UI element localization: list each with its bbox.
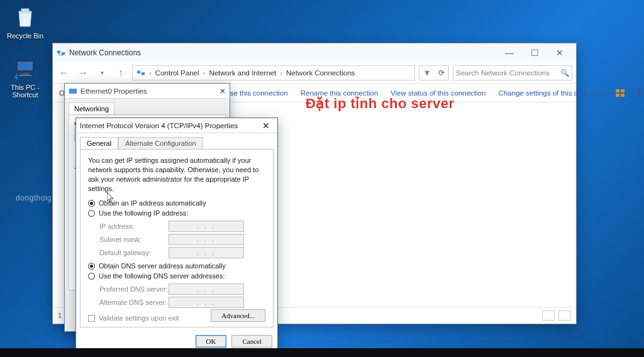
breadcrumb-network-internet[interactable]: Network and Internet [209,69,276,77]
ip-address-label: IP address: [99,222,169,230]
nav-recent[interactable]: ▾ [94,65,109,80]
svg-rect-7 [137,70,140,73]
taskbar[interactable] [0,348,644,357]
subnet-input: . . . [169,234,244,245]
ethernet0-close[interactable]: ✕ [219,87,226,96]
pref-dns-label: Preferred DNS server: [99,285,169,293]
ok-button[interactable]: OK [196,335,227,348]
radio-dns-manual-label: Use the following DNS server addresses: [99,272,225,280]
checkbox-icon [88,315,95,322]
view-icon[interactable] [615,88,625,98]
toolbar-change-settings[interactable]: Change settings of this connection [492,89,615,97]
alt-dns-label: Alternate DNS server: [99,299,169,306]
search-box[interactable]: Search Network Connections 🔍 [453,65,572,80]
radio-icon [88,200,95,207]
radio-ip-auto-label: Obtain an IP address automatically [99,199,206,207]
breadcrumb-dropdown[interactable]: ▾ [419,65,434,80]
ipv4-close[interactable]: ✕ [258,121,274,131]
radio-icon [88,263,95,270]
minimize-button[interactable]: — [497,44,522,62]
alt-dns-input: . . . [169,297,244,308]
window-title: Network Connections [69,48,141,57]
help-text: You can get IP settings assigned automat… [88,156,265,193]
radio-dns-automatic[interactable]: Obtain DNS server address automatically [88,262,265,270]
svg-rect-17 [69,89,77,94]
ipv4-titlebar[interactable]: Internet Protocol Version 4 (TCP/IPv4) P… [76,118,277,133]
recycle-bin-label: Recycle Bin [7,32,43,40]
search-placeholder: Search Network Connections [456,69,550,77]
svg-rect-9 [616,89,619,92]
svg-rect-3 [21,73,29,75]
nav-forward[interactable]: → [75,65,91,80]
pref-dns-input: . . . [169,283,244,295]
tab-alternate-configuration[interactable]: Alternate Configuration [118,137,203,149]
nav-up[interactable]: ↑ [113,65,128,80]
tab-networking[interactable]: Networking [69,102,114,114]
ethernet0-titlebar[interactable]: Ethernet0 Properties ✕ [65,84,230,99]
advanced-button[interactable]: Advanced... [211,309,265,322]
radio-dns-auto-label: Obtain DNS server address automatically [99,262,226,270]
close-button[interactable]: ✕ [547,44,572,62]
radio-dns-manual[interactable]: Use the following DNS server addresses: [88,272,265,280]
breadcrumb-control-panel[interactable]: Control Panel [155,69,199,77]
subnet-label: Subnet mask: [99,236,169,243]
maximize-button[interactable]: ☐ [522,44,547,62]
breadcrumb[interactable]: › Control Panel › Network and Internet ›… [132,65,415,80]
recycle-bin[interactable]: Recycle Bin [6,4,44,40]
radio-ip-automatic[interactable]: Obtain an IP address automatically [88,199,265,207]
nav-back[interactable]: ← [57,65,72,80]
refresh-button[interactable]: ⟳ [434,65,449,80]
titlebar[interactable]: Network Connections — ☐ ✕ [53,43,576,62]
annotation-text: Đặt ip tỉnh cho server [306,96,455,112]
svg-rect-4 [19,75,31,76]
radio-icon [88,273,95,280]
ethernet0-title: Ethernet0 Properties [80,87,147,95]
svg-rect-2 [18,62,33,70]
this-pc-shortcut[interactable]: This PC - Shortcut [6,55,44,99]
radio-ip-manual-label: Use the following IP address: [99,209,188,217]
this-pc-icon [13,55,38,80]
svg-rect-10 [621,89,625,92]
validate-label: Validate settings upon exit [99,314,179,322]
svg-rect-12 [621,94,625,97]
radio-icon [88,210,95,217]
this-pc-label: This PC - Shortcut [11,84,40,99]
svg-rect-5 [57,51,60,53]
view-icons-button[interactable] [558,310,571,321]
preview-pane-icon[interactable] [631,88,641,98]
adapter-icon [69,87,77,96]
recycle-bin-icon [13,4,38,29]
svg-rect-8 [142,72,145,75]
search-icon: 🔍 [560,69,569,77]
breadcrumb-network-connections[interactable]: Network Connections [286,69,355,77]
svg-rect-14 [637,89,641,97]
network-icon [136,69,145,77]
ipv4-properties-dialog: Internet Protocol Version 4 (TCP/IPv4) P… [75,118,278,353]
svg-rect-0 [21,9,29,11]
view-details-button[interactable] [542,310,555,321]
radio-ip-manual[interactable]: Use the following IP address: [88,209,265,217]
network-icon [57,48,65,57]
ip-address-input: . . . [169,221,244,232]
gateway-label: Default gateway: [99,249,169,256]
ipv4-title: Internet Protocol Version 4 (TCP/IPv4) P… [80,122,258,129]
tab-general[interactable]: General [80,137,118,149]
cancel-button[interactable]: Cancel [231,335,272,348]
svg-rect-11 [616,94,619,97]
gateway-input: . . . [169,247,244,258]
